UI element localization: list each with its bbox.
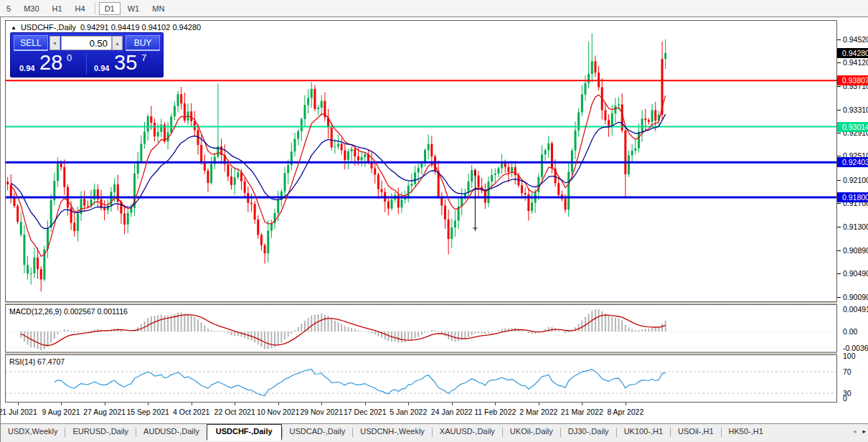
tab-ukoil-daily[interactable]: UKOil-,Daily	[503, 424, 560, 440]
current-price-badge: 0.94280	[837, 48, 868, 58]
price-axis-tick	[837, 180, 841, 181]
date-axis-tick	[148, 403, 148, 405]
tab-hk50-h1[interactable]: HK50-,H1	[722, 424, 770, 440]
price-axis-tick-label: 0.90090	[843, 293, 868, 301]
tab-uk100-h1[interactable]: UK100-,H1	[617, 424, 670, 440]
toolbar-separator	[95, 3, 95, 14]
price-axis-tick	[837, 250, 841, 251]
timeframe-5[interactable]: 5	[1, 2, 16, 15]
date-axis-label: 22 Oct 2021	[214, 408, 255, 416]
price-axis-tick	[837, 86, 841, 87]
price-level-badge: 0.91800	[837, 192, 868, 202]
price-axis-tick	[837, 62, 841, 63]
lot-decrease-button[interactable]: ▼	[49, 36, 60, 50]
symbol-tab-bar: USDX,WeeklyEURUSD-,DailyAUDUSD-,DailyUSD…	[1, 423, 868, 442]
price-axis-tick	[837, 297, 841, 298]
collapse-panel-icon[interactable]: ▲	[11, 24, 16, 31]
macd-axis-tick-label: 0.00	[843, 327, 857, 336]
date-axis-label: 2 Mar 2022	[519, 408, 557, 416]
timeframe-H4[interactable]: H4	[70, 2, 91, 15]
date-axis-label: 4 Oct 2021	[173, 408, 209, 416]
timeframe-M30[interactable]: M30	[18, 2, 44, 15]
date-axis-tick	[495, 403, 496, 405]
date-axis-tick	[18, 403, 19, 405]
buy-price-prefix: 0.94	[94, 64, 109, 72]
date-axis-tick	[539, 403, 539, 405]
tab-eurusd-daily[interactable]: EURUSD-,Daily	[65, 424, 136, 440]
chart-window: ▲ USDCHF-,Daily 0.94291 0.94419 0.94102 …	[0, 17, 868, 442]
date-axis-label: 29 Nov 2021	[300, 408, 343, 416]
tab-xauusd-daily[interactable]: XAUUSD-,Daily	[433, 424, 502, 440]
tab-usoil-h1[interactable]: USOil-,H1	[671, 424, 721, 440]
sell-price-pip: 0	[67, 52, 72, 63]
timeframe-W1[interactable]: W1	[122, 2, 146, 15]
price-level-badge: 0.93014	[837, 122, 868, 132]
price-axis-tick	[837, 203, 841, 204]
date-axis-tick	[278, 403, 279, 405]
buy-price[interactable]: 0.94 35 7	[88, 52, 160, 75]
tab-usdcnh-weekly[interactable]: USDCNH-,Weekly	[353, 424, 432, 440]
date-axis-label: 21 Mar 2022	[561, 408, 603, 416]
date-axis-label: 27 Aug 2021	[83, 408, 126, 416]
chart-symbol-label: USDCHF-,Daily	[21, 23, 76, 32]
rsi-label: RSI(14) 67.4707	[9, 357, 65, 366]
date-axis-tick	[452, 403, 453, 405]
tab-scroll-left-icon[interactable]: ◂	[853, 428, 857, 435]
price-axis-tick	[837, 227, 841, 227]
chart-title: ▲ USDCHF-,Daily 0.94291 0.94419 0.94102 …	[11, 23, 201, 32]
chevron-down-icon: ▼	[52, 41, 57, 46]
date-axis-tick	[365, 403, 366, 405]
price-axis-tick-label: 0.93310	[843, 105, 868, 114]
macd-axis-tick-label: 0.004913	[843, 305, 868, 314]
date-axis-label: 11 Feb 2022	[474, 408, 516, 416]
price-level-badge: 0.93807	[837, 75, 868, 85]
price-axis-tick-label: 0.90890	[843, 246, 868, 255]
chevron-up-icon: ▲	[115, 41, 120, 46]
sell-price-big: 28	[39, 51, 62, 75]
tab-usdcad-daily[interactable]: USDCAD-,Daily	[283, 424, 353, 440]
tab-scroll-right-icon[interactable]: ▸	[862, 428, 866, 435]
tab-usdchf-daily[interactable]: USDCHF-,Daily	[207, 424, 282, 441]
lot-size-input[interactable]: 0.50	[61, 36, 112, 50]
tab-audusd-daily[interactable]: AUDUSD-,Daily	[136, 424, 207, 440]
date-axis-tick	[582, 403, 582, 405]
one-click-trade-panel: SELL ▼ 0.50 ▲ BUY 0.94 28 0 0.94 35 7	[10, 32, 164, 77]
price-axis-tick-label: 0.91300	[843, 222, 868, 231]
sell-button[interactable]: SELL	[14, 35, 48, 51]
price-axis-tick-label: 0.90490	[843, 269, 868, 278]
tab-usdx-weekly[interactable]: USDX,Weekly	[1, 424, 65, 440]
timeframe-H1[interactable]: H1	[47, 2, 68, 15]
timeframe-toolbar: 5M30H1H4D1W1MN	[0, 0, 868, 17]
date-axis-tick	[408, 403, 409, 405]
macd-label: MACD(12,26,9) 0.002567 0.001116	[9, 307, 128, 316]
rsi-axis-tick-label: 100	[843, 352, 856, 360]
buy-price-pip: 7	[141, 52, 146, 63]
tab-dj30-daily[interactable]: DJ30-,Daily	[561, 424, 616, 440]
price-axis-tick	[837, 110, 841, 110]
price-axis-tick-label: 0.92100	[843, 176, 868, 184]
timeframe-D1[interactable]: D1	[99, 2, 121, 15]
price-axis-tick	[837, 39, 841, 40]
rsi-axis-tick-label: 70	[843, 367, 852, 376]
sell-price-prefix: 0.94	[19, 64, 34, 72]
price-axis-tick	[837, 273, 841, 274]
lot-increase-button[interactable]: ▲	[112, 36, 123, 50]
date-axis-tick	[321, 403, 322, 405]
date-axis-tick	[61, 403, 62, 405]
buy-button[interactable]: BUY	[126, 35, 160, 51]
date-axis-tick	[235, 403, 235, 405]
price-axis[interactable]: 0.945200.941200.937100.933100.929100.925…	[837, 20, 868, 403]
date-axis-label: 24 Jan 2022	[431, 408, 473, 416]
date-axis[interactable]: 21 Jul 20219 Aug 202127 Aug 202115 Sep 2…	[1, 403, 837, 423]
price-divider	[86, 53, 87, 75]
tab-scroll-buttons: ◂ ▸	[853, 428, 866, 435]
timeframe-MN[interactable]: MN	[146, 2, 170, 15]
sell-price[interactable]: 0.94 28 0	[14, 52, 85, 75]
price-axis-tick-label: 0.94120	[843, 58, 868, 67]
date-axis-label: 9 Aug 2021	[42, 408, 80, 416]
price-level-badge: 0.92403	[837, 157, 868, 167]
date-axis-tick	[105, 403, 105, 405]
date-axis-label: 21 Jul 2021	[0, 408, 37, 416]
rsi-axis-tick-label: 0	[843, 394, 847, 403]
date-axis-label: 17 Dec 2021	[344, 408, 387, 416]
